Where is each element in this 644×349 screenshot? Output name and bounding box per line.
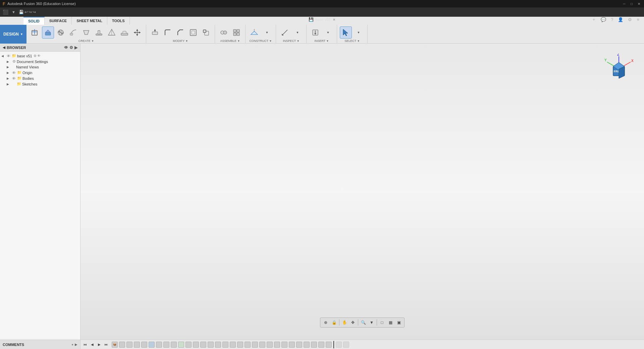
help-btn[interactable]: ? xyxy=(609,16,614,23)
eye-origin-icon[interactable]: 👁 xyxy=(12,71,16,75)
tab-solid[interactable]: SOLID xyxy=(23,17,45,25)
timeline-start-btn[interactable]: ⏮ xyxy=(82,341,89,348)
timeline-item-13[interactable] xyxy=(200,342,206,348)
timeline-item-21[interactable] xyxy=(259,342,265,348)
expand-doc-icon[interactable]: ▶ xyxy=(7,60,11,63)
file-tab-close[interactable]: ✕ xyxy=(333,18,335,21)
timeline-item-17[interactable] xyxy=(230,342,236,348)
timeline-item-24[interactable] xyxy=(281,342,287,348)
sweep-btn[interactable] xyxy=(67,26,79,39)
undo-btn[interactable]: ↩ xyxy=(24,10,28,14)
file-tab[interactable]: 💾 base v51 ✕ xyxy=(309,15,335,24)
extrude-btn[interactable] xyxy=(42,26,54,39)
explode-btn[interactable] xyxy=(230,26,243,39)
browser-eye-icon[interactable]: 👁 xyxy=(64,45,68,50)
timeline-item-15[interactable] xyxy=(215,342,221,348)
joint-btn[interactable] xyxy=(218,26,230,39)
tree-item-sketches[interactable]: ▶ 📁 Sketches xyxy=(0,81,80,87)
tree-item-bodies[interactable]: ▶ 👁 📁 Bodies xyxy=(0,75,80,81)
new-component-btn[interactable] xyxy=(29,26,41,39)
timeline-item-20[interactable] xyxy=(252,342,258,348)
more-btn[interactable]: ≡ xyxy=(635,16,641,23)
new-file-btn[interactable]: ▼ xyxy=(12,10,15,14)
vp-visual-style-btn[interactable]: ▦ xyxy=(386,318,394,327)
maximize-button[interactable]: □ xyxy=(629,1,634,6)
settings-btn[interactable]: ⚙ xyxy=(627,16,633,23)
web-btn[interactable] xyxy=(106,26,118,39)
timeline-item-1[interactable]: 📦 xyxy=(112,342,118,348)
branch-settings-icon[interactable]: ⚙ xyxy=(34,54,37,58)
measure-btn[interactable] xyxy=(279,26,291,39)
vp-display-mode-btn[interactable]: □ xyxy=(378,318,386,327)
construct-plane-btn[interactable] xyxy=(248,26,260,39)
timeline-item-2[interactable] xyxy=(119,342,125,348)
timeline-item-27[interactable] xyxy=(304,342,310,348)
eye-icon[interactable]: 👁 xyxy=(7,54,10,58)
timeline-item-8[interactable] xyxy=(163,342,169,348)
loft-btn[interactable] xyxy=(80,26,92,39)
branch-eye2-icon[interactable]: 👁 xyxy=(37,54,41,58)
timeline-item-10[interactable] xyxy=(178,342,184,348)
timeline-prev-btn[interactable]: ◀ xyxy=(89,341,96,348)
tree-item-origin[interactable]: ▶ 👁 📁 Origin xyxy=(0,70,80,75)
select-btn[interactable] xyxy=(340,26,352,39)
expand-bodies-icon[interactable]: ▶ xyxy=(7,77,11,80)
timeline-item-19[interactable] xyxy=(245,342,251,348)
viewport[interactable]: X Y Z FRONT ⊕ 🔒 ✋ ✥ xyxy=(80,44,644,340)
expand-named-icon[interactable]: ▶ xyxy=(7,65,11,69)
timeline-item-5[interactable] xyxy=(141,342,147,348)
timeline-end-btn[interactable]: ⏭ xyxy=(103,341,110,348)
move-btn[interactable] xyxy=(131,26,143,39)
timeline-item-6[interactable] xyxy=(149,342,155,348)
tab-tools[interactable]: TOOLS xyxy=(107,17,130,25)
tree-item-doc-settings[interactable]: ▶ ⚙ Document Settings xyxy=(0,59,80,64)
add-tab-btn[interactable]: ＋ xyxy=(590,16,597,23)
redo-btn[interactable]: ↪ xyxy=(29,10,32,14)
press-pull-btn[interactable] xyxy=(149,26,161,39)
vp-home-btn[interactable]: ⊕ xyxy=(322,318,330,327)
vp-zoom-dropdown-btn[interactable]: ▼ xyxy=(368,318,376,327)
timeline-item-16[interactable] xyxy=(222,342,228,348)
vp-lock-btn[interactable]: 🔒 xyxy=(330,318,338,327)
browser-settings-icon[interactable]: ⚙ xyxy=(69,45,73,50)
select-arrow-btn[interactable]: ▼ xyxy=(353,26,365,39)
timeline-play-btn[interactable]: ▶ xyxy=(96,341,103,348)
construct-arrow-btn[interactable]: ▼ xyxy=(261,26,273,39)
design-dropdown[interactable]: DESIGN ▼ xyxy=(0,25,26,44)
vp-effects-btn[interactable]: ▣ xyxy=(395,318,403,327)
redo2-btn[interactable]: ↪ xyxy=(33,10,36,14)
user-btn[interactable]: 👤 xyxy=(616,16,625,23)
browser-collapse-btn[interactable]: ◀ xyxy=(3,46,5,49)
comments-expand-icon[interactable]: ▶ xyxy=(75,343,77,346)
vp-pan-btn[interactable]: ✥ xyxy=(349,318,357,327)
expand-origin-icon[interactable]: ▶ xyxy=(7,71,11,74)
insert-arrow-btn[interactable]: ▼ xyxy=(322,26,334,39)
chamfer-btn[interactable] xyxy=(174,26,186,39)
emboss-btn[interactable] xyxy=(118,26,130,39)
vp-orbit-btn[interactable]: ✋ xyxy=(340,318,348,327)
timeline-item-29[interactable] xyxy=(318,342,324,348)
timeline-item-22[interactable] xyxy=(267,342,273,348)
expand-sketches-icon[interactable]: ▶ xyxy=(7,82,11,86)
timeline-item-30[interactable] xyxy=(326,342,332,348)
revolve-btn[interactable] xyxy=(55,26,67,39)
browser-expand-icon[interactable]: ▶ xyxy=(74,45,77,50)
timeline-item-32[interactable] xyxy=(343,342,349,348)
comment-btn[interactable]: 💬 xyxy=(599,16,607,23)
timeline-item-12[interactable] xyxy=(193,342,199,348)
tree-item-root[interactable]: ◀ 👁 📁 base v51 ⚙ 👁 xyxy=(0,53,80,59)
fillet-btn[interactable] xyxy=(162,26,174,39)
tree-item-named-views[interactable]: ▶ Named Views xyxy=(0,64,80,70)
timeline-item-7[interactable] xyxy=(156,342,162,348)
scale-btn[interactable] xyxy=(200,26,212,39)
timeline-item-25[interactable] xyxy=(289,342,295,348)
timeline-item-9[interactable] xyxy=(171,342,177,348)
timeline-item-31[interactable] xyxy=(336,342,342,348)
timeline-item-26[interactable] xyxy=(296,342,302,348)
timeline-item-28[interactable] xyxy=(311,342,317,348)
vp-zoom-btn[interactable]: 🔍 xyxy=(359,318,367,327)
rib-btn[interactable] xyxy=(93,26,105,39)
timeline-item-11[interactable] xyxy=(185,342,192,348)
timeline-item-18[interactable] xyxy=(237,342,243,348)
shell-btn[interactable] xyxy=(187,26,199,39)
